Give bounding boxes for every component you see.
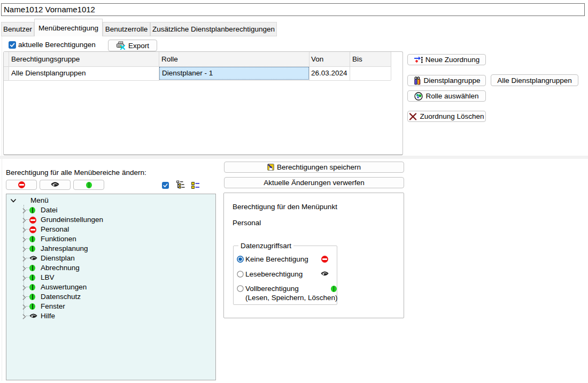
chevron-right-icon[interactable]: [22, 218, 27, 223]
tree-item-auswertungen[interactable]: Auswertungen: [6, 282, 215, 292]
radio-leseberechtigung[interactable]: [237, 271, 244, 278]
none-permission-icon: [29, 226, 36, 233]
tab-benutzerrolle[interactable]: Benutzerrolle: [103, 22, 150, 36]
menupunkt-detail-panel: Berechtigung für den Menüpunkt Personal …: [223, 193, 404, 318]
red-cross-icon: [409, 113, 417, 120]
tree-item-label: Funktionen: [41, 235, 76, 243]
tree-item-label: LBV: [41, 274, 55, 281]
tree-item-label: Auswertungen: [41, 284, 87, 291]
bulk-permission-label: Berechtigung für alle Menübereiche änder…: [6, 169, 146, 177]
chevron-right-icon[interactable]: [22, 266, 27, 271]
cell-rolle-selected[interactable]: Dienstplaner - 1: [159, 67, 309, 80]
group-icon: [413, 76, 421, 85]
tree-item-lbv[interactable]: LBV: [6, 273, 215, 282]
tree-item-label: Fenster: [41, 303, 65, 310]
chevron-right-icon[interactable]: [22, 256, 27, 262]
tree-item-label: Personal: [41, 226, 69, 233]
tab-benutzer[interactable]: Benutzer: [1, 22, 34, 36]
person-name-field[interactable]: Name1012 Vorname1012: [1, 3, 585, 16]
cell-berechtigungsgruppe[interactable]: Alle Dienstplangruppen: [11, 66, 86, 80]
printer-icon: [116, 41, 126, 50]
full-permission-icon: [29, 265, 35, 271]
tree-root-row[interactable]: Menü: [6, 196, 215, 205]
chevron-right-icon[interactable]: [22, 285, 27, 290]
tree-item-label: Grundeinstellungen: [41, 216, 103, 224]
tree-root-label: Menü: [30, 197, 49, 204]
chevron-right-icon[interactable]: [22, 208, 27, 213]
chevron-right-icon[interactable]: [22, 227, 27, 233]
berechtigungen-speichern-label: Berechtigungen speichern: [277, 163, 361, 171]
tree-item-dienstplan[interactable]: Dienstplan: [6, 254, 215, 263]
menu-tree: Menü DateiGrundeinstellungenPersonalFunk…: [6, 194, 216, 380]
zuordnung-loeschen-label: Zuordnung Löschen: [420, 112, 484, 120]
no-permission-icon: [321, 256, 328, 263]
tree-item-jahresplanung[interactable]: Jahresplanung: [6, 244, 215, 254]
column-header-rolle[interactable]: Rolle: [161, 52, 178, 66]
tree-item-funktionen[interactable]: Funktionen: [6, 234, 215, 244]
leseberechtigung-label: Leseberechtigung: [245, 271, 303, 278]
aktuelle-berechtigungen-checkbox[interactable]: [9, 41, 16, 49]
cell-von[interactable]: 26.03.2024: [311, 66, 347, 80]
chevron-right-icon[interactable]: [22, 237, 27, 242]
tree-item-grundeinstellungen[interactable]: Grundeinstellungen: [6, 215, 215, 225]
chevron-right-icon[interactable]: [22, 295, 27, 300]
radio-vollberechtigung[interactable]: [237, 285, 244, 292]
rolle-auswaehlen-label: Rolle auswählen: [425, 92, 478, 100]
grid-line: [4, 80, 391, 81]
read-permission-icon: [51, 182, 59, 188]
tab-menueberechtigung[interactable]: Menüberechtigung: [34, 19, 103, 36]
vollberechtigung-label: Vollberechtigung: [245, 285, 299, 292]
aenderungen-verwerfen-label: Aktuelle Änderungen verwerfen: [264, 179, 364, 187]
chevron-right-icon[interactable]: [22, 314, 27, 319]
menu-permissions-screen: Name1012 Vorname1012 Benutzer Menüberech…: [0, 0, 588, 383]
floppy-disk-icon: [267, 164, 274, 171]
section-divider: [0, 156, 588, 159]
aenderungen-verwerfen-button[interactable]: Aktuelle Änderungen verwerfen: [224, 177, 404, 188]
tree-view-icon[interactable]: [176, 180, 185, 189]
tree-option-checkbox[interactable]: [162, 182, 169, 189]
set-all-full-button[interactable]: [73, 180, 104, 190]
full-permission-icon: [331, 286, 337, 292]
tree-item-abrechnung[interactable]: Abrechnung: [6, 263, 215, 273]
chevron-right-icon[interactable]: [22, 304, 27, 310]
alle-dienstplangruppen-label: Alle Dienstplangruppen: [497, 76, 572, 85]
chevron-down-icon[interactable]: [11, 198, 16, 203]
tree-item-datenschutz[interactable]: Datenschutz: [6, 292, 215, 302]
no-permission-icon: [18, 181, 25, 188]
tree-item-datei[interactable]: Datei: [6, 205, 215, 215]
berechtigungen-speichern-button[interactable]: Berechtigungen speichern: [224, 162, 404, 173]
radio-keine-berechtigung[interactable]: [237, 256, 244, 263]
full-permission-icon: [29, 303, 35, 310]
checkmark-icon: [163, 182, 168, 188]
column-header-berechtigungsgruppe[interactable]: Berechtigungsgruppe: [11, 52, 80, 66]
alle-dienstplangruppen-button[interactable]: Alle Dienstplangruppen: [491, 74, 578, 86]
tree-item-label: Datei: [41, 206, 58, 214]
rolle-auswaehlen-button[interactable]: Rolle auswählen: [407, 90, 486, 102]
none-permission-icon: [29, 217, 36, 224]
tree-item-personal[interactable]: Personal: [6, 225, 215, 234]
tree-item-label: Datenschutz: [41, 293, 81, 301]
set-all-none-button[interactable]: [6, 180, 37, 190]
dienstplangruppe-button[interactable]: Dienstplangruppe: [407, 75, 486, 86]
full-permission-icon: [86, 182, 92, 188]
datenzugriffsart-label: Datenzugriffsart: [238, 242, 293, 249]
chevron-right-icon[interactable]: [22, 275, 27, 281]
neue-zuordnung-label: Neue Zuordnung: [425, 56, 479, 64]
tab-zusaetzliche-dienstplanberechtigungen[interactable]: Zusätzliche Dienstplanberechtigungen: [150, 22, 277, 36]
set-all-read-button[interactable]: [40, 180, 71, 190]
tree-item-hilfe[interactable]: Hilfe: [6, 311, 215, 321]
tree-item-fenster[interactable]: Fenster: [6, 302, 215, 311]
full-permission-icon: [29, 236, 35, 242]
read-permission-icon: [29, 313, 37, 319]
column-header-bis[interactable]: Bis: [352, 52, 362, 66]
table-row-header[interactable]: [4, 66, 9, 80]
list-view-icon[interactable]: [191, 182, 200, 189]
column-header-von[interactable]: Von: [311, 52, 323, 66]
neue-zuordnung-button[interactable]: Neue Zuordnung: [407, 54, 486, 65]
tree-item-label: Hilfe: [41, 312, 55, 320]
full-permission-icon: [29, 294, 35, 300]
export-button[interactable]: Export: [108, 40, 157, 51]
chevron-right-icon[interactable]: [22, 247, 27, 252]
zuordnung-loeschen-button[interactable]: Zuordnung Löschen: [407, 111, 486, 122]
role-shapes-icon: [414, 92, 423, 101]
